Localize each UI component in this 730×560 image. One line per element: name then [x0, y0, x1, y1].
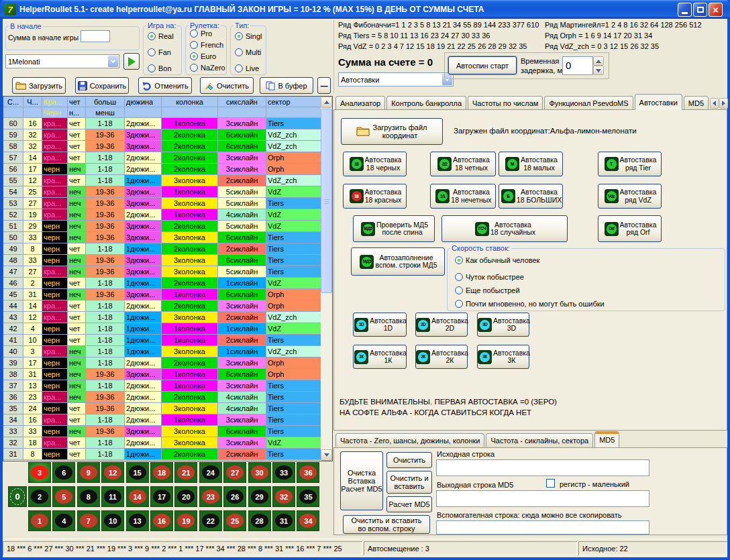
md5-clear-button[interactable]: Очистить — [386, 452, 432, 468]
roulette-cell-19[interactable]: 19 — [174, 510, 197, 531]
autobet-18-red-button[interactable]: 18Автоставка18 красных — [343, 184, 407, 209]
autobet-vdz-button[interactable]: VdzАвтоставкаряд VdZ — [598, 184, 662, 209]
collapse-button[interactable]: — — [317, 77, 331, 94]
roulette-cell-34[interactable]: 34 — [297, 510, 319, 531]
autobet-2d-button[interactable]: 2DАвтоставка2D — [415, 313, 468, 337]
tab-функционал-psevdoms[interactable]: Функционал PsevdoMS — [544, 96, 633, 110]
md5-aux-clear-paste-button[interactable]: Очистить и вставитьво вспом. строку — [343, 515, 430, 534]
tabs-scroll-right-button[interactable] — [719, 98, 728, 109]
autobet-18-big-button[interactable]: БАвтоставка18 БОЛЬШИХ — [499, 184, 563, 209]
radio-wheel-4[interactable]: NaZero — [190, 64, 225, 72]
table-row[interactable]: 5932кра...чет19-363дюжи...2колонка6сикла… — [3, 129, 332, 141]
autobet-18-odd-button[interactable]: 1/1Автоставка18 нечетных — [430, 184, 496, 209]
radio-speed-1[interactable]: Как обычный человек — [455, 256, 539, 264]
scroll-down-button[interactable] — [321, 449, 332, 461]
table-row[interactable]: 5832кра...чет19-363дюжи...2колонка6сикла… — [3, 141, 332, 152]
roulette-cell-5[interactable]: 5 — [52, 486, 75, 507]
table-row[interactable]: 4727кра...неч19-363дюжи...3колонка5сикла… — [3, 266, 332, 278]
table-row[interactable]: 5327кра...неч19-363дюжи...3колонка5сикла… — [3, 198, 332, 209]
roulette-cell-28[interactable]: 28 — [248, 510, 271, 531]
autobet-orf-button[interactable]: OrfАвтоставкаряд Orf — [598, 215, 662, 242]
table-row[interactable]: 5617черннеч1-182дюжи...2колонка3сиклайнO… — [3, 164, 332, 175]
table-row[interactable]: 403кра...неч1-181дюжи...3колонка1сиклайн… — [3, 346, 332, 357]
autospin-start-button[interactable]: Автоспин старт — [448, 56, 517, 74]
roulette-cell-29[interactable]: 29 — [248, 486, 271, 507]
roulette-cell-10[interactable]: 10 — [101, 510, 124, 531]
table-row[interactable]: 5425кра...неч19-363дюжи...1колонка5сикла… — [3, 186, 332, 198]
autobet-18-small-button[interactable]: МАвтоставка18 малых — [499, 152, 563, 176]
roulette-cell-7[interactable]: 7 — [77, 510, 100, 531]
table-row[interactable]: 5512кра...чет1-181дюжи...3колонка2сиклай… — [3, 175, 332, 186]
roulette-cell-13[interactable]: 13 — [126, 510, 149, 531]
radio-wheel-2[interactable]: French — [190, 41, 223, 49]
roulette-cell-9[interactable]: 9 — [77, 462, 100, 483]
table-row[interactable]: 462чернчет1-181дюжи...2колонка1сиклайнVd… — [3, 278, 332, 289]
roulette-cell-17[interactable]: 17 — [150, 486, 173, 507]
roulette-cell-16[interactable]: 16 — [150, 510, 173, 531]
toolbar-folder-button[interactable]: Загрузить — [12, 77, 66, 94]
toolbar-floppy-button[interactable]: Сохранить — [75, 77, 129, 94]
autobet-18-even-button[interactable]: 2/2Автоставка18 четных — [430, 152, 496, 176]
table-row[interactable]: 318чернчет1-181дюжи...2колонка2сиклайнTi… — [3, 449, 332, 460]
table-row[interactable]: 3623кра...неч19-362дюжи...2колонка4сикла… — [3, 392, 332, 403]
autobet-tier-button[interactable]: ТАвтоставкаряд Tier — [598, 152, 662, 176]
autobet-2k-button[interactable]: 2КАвтоставка2К — [415, 345, 468, 369]
autobet-1d-button[interactable]: 1DАвтоставка1D — [353, 313, 407, 337]
table-row[interactable]: 3218кра...чет1-182дюжи...3колонка3сиклай… — [3, 437, 332, 449]
table-row[interactable]: 3831черннеч19-363дюжи...1колонка6сиклайн… — [3, 369, 332, 380]
table-row[interactable]: 5714кра...чет1-182дюжи...2колонка3сиклай… — [3, 152, 332, 164]
play-button[interactable] — [123, 53, 140, 70]
maximize-button[interactable] — [693, 3, 707, 17]
radio-game-2[interactable]: Fan — [148, 48, 171, 56]
table-scrollbar[interactable] — [321, 97, 332, 461]
autobet-3k-button[interactable]: 3КАвтоставка3К — [477, 345, 529, 369]
roulette-cell-0[interactable]: 0 — [8, 486, 27, 507]
tab-автоставки[interactable]: Автоставки — [635, 94, 682, 110]
minimize-button[interactable] — [678, 3, 692, 17]
tab-частоты-по-числам[interactable]: Частоты по числам — [468, 96, 543, 110]
roulette-cell-33[interactable]: 33 — [272, 462, 295, 483]
tab-частота-zero-шансы-дюжины-колонки[interactable]: Частота - Zero, шансы, дюжины, колонки — [335, 433, 484, 447]
autobet-1k-button[interactable]: 1КАвтоставка1К — [353, 345, 407, 369]
table-row[interactable]: 3333черннеч19-363дюжи...3колонка6сиклайн… — [3, 426, 332, 437]
roulette-cell-22[interactable]: 22 — [199, 510, 222, 531]
roulette-cell-25[interactable]: 25 — [223, 510, 246, 531]
aux-string-input[interactable] — [436, 520, 649, 535]
toolbar-clean-button[interactable]: Очистить — [200, 77, 254, 94]
out-string-input[interactable] — [436, 490, 649, 507]
autobets-combobox[interactable]: Автоставки — [338, 72, 454, 87]
tab-md5[interactable]: MD5 — [684, 96, 709, 110]
roulette-cell-24[interactable]: 24 — [199, 462, 222, 483]
close-button[interactable]: × — [709, 3, 723, 17]
table-row[interactable]: 4414кра...чет1-182дюжи...2колонка3сиклай… — [3, 300, 332, 312]
roulette-cell-8[interactable]: 8 — [77, 486, 100, 507]
table-row[interactable]: 3416кра...чет1-182дюжи...1колонка3сиклай… — [3, 414, 332, 426]
autobet-3d-button[interactable]: 3DАвтоставка3D — [477, 313, 529, 337]
radio-game-3[interactable]: Bon — [148, 64, 172, 72]
combo-arrow-icon[interactable] — [107, 55, 119, 68]
radio-speed-3[interactable]: Еще побыстрей — [455, 286, 520, 294]
radio-wheel-1[interactable]: Pro — [190, 30, 212, 38]
roulette-cell-2[interactable]: 2 — [28, 486, 51, 507]
tab-md5[interactable]: MD5 — [594, 431, 619, 447]
roulette-cell-30[interactable]: 30 — [248, 462, 271, 483]
roulette-cell-1[interactable]: 1 — [28, 510, 51, 531]
roulette-cell-15[interactable]: 15 — [126, 462, 149, 483]
tabs-scroll-left-button[interactable] — [710, 98, 719, 109]
table-row[interactable]: 424чернчет1-181дюжи...1колонка1сиклайнVd… — [3, 323, 332, 335]
roulette-cell-11[interactable]: 11 — [101, 486, 124, 507]
roulette-cell-6[interactable]: 6 — [52, 462, 75, 483]
register-checkbox[interactable] — [546, 479, 555, 488]
radio-speed-2[interactable]: Чуток побыстрее — [455, 273, 524, 281]
md5-clear-paste-button[interactable]: Очистить ивставить — [386, 471, 432, 494]
radio-wheel-3[interactable]: Euro — [190, 52, 216, 60]
table-row[interactable]: 3713черннеч1-182дюжи...1колонка3сиклайнT… — [3, 380, 332, 392]
table-row[interactable]: 4110чернчет1-181дюжи...1колонка2сиклайнT… — [3, 335, 332, 346]
autobet-18-black-button[interactable]: 18Автоставка18 черных — [343, 152, 407, 176]
roulette-cell-36[interactable]: 36 — [297, 462, 319, 483]
autofill-md5-button[interactable]: МД5Автозаполнениевспом. строки МД5 — [351, 247, 445, 276]
spinner-down-button[interactable] — [593, 66, 604, 75]
preset-combobox[interactable]: 1Melonati — [5, 54, 119, 68]
roulette-cell-32[interactable]: 32 — [272, 486, 295, 507]
roulette-cell-20[interactable]: 20 — [174, 486, 197, 507]
